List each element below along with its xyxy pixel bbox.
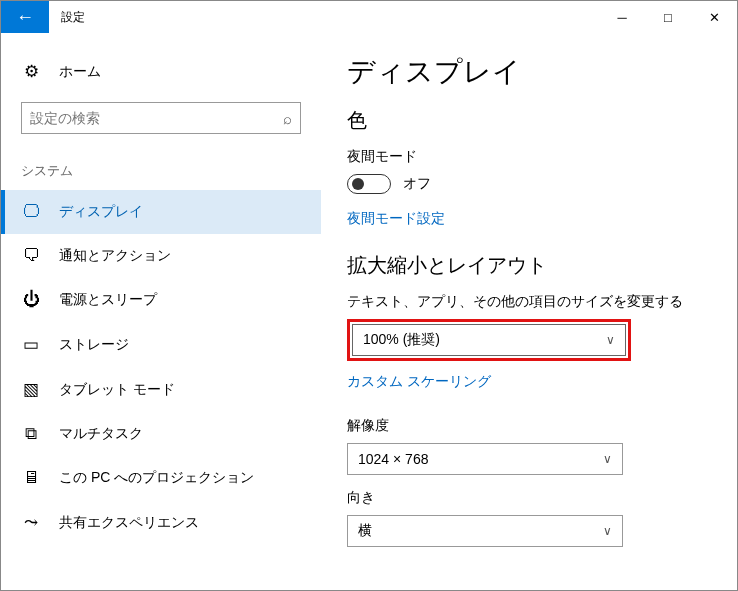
home-link[interactable]: ⚙ ホーム (1, 53, 321, 90)
scale-heading: 拡大縮小とレイアウト (347, 252, 711, 279)
night-light-settings-link[interactable]: 夜間モード設定 (347, 210, 445, 228)
sidebar-item-label: ディスプレイ (59, 203, 143, 221)
orientation-value: 横 (358, 522, 372, 540)
chevron-down-icon: ∨ (603, 524, 612, 538)
page-title: ディスプレイ (347, 53, 711, 91)
minimize-button[interactable]: ─ (599, 1, 645, 33)
share-icon: ⤳ (21, 512, 41, 533)
scale-value: 100% (推奨) (363, 331, 440, 349)
sidebar-item-shared[interactable]: ⤳ 共有エクスペリエンス (1, 500, 321, 545)
scale-dropdown[interactable]: 100% (推奨) ∨ (352, 324, 626, 356)
multitask-icon: ⧉ (21, 424, 41, 444)
sidebar-item-label: この PC へのプロジェクション (59, 469, 254, 487)
titlebar: ← 設定 ─ □ ✕ (1, 1, 737, 33)
chevron-down-icon: ∨ (606, 333, 615, 347)
projection-icon: 🖥 (21, 468, 41, 488)
close-button[interactable]: ✕ (691, 1, 737, 33)
arrow-left-icon: ← (16, 7, 34, 28)
sidebar-item-tablet[interactable]: ▧ タブレット モード (1, 367, 321, 412)
gear-icon: ⚙ (21, 61, 41, 82)
sidebar-item-power[interactable]: ⏻ 電源とスリープ (1, 278, 321, 322)
resolution-dropdown[interactable]: 1024 × 768 ∨ (347, 443, 623, 475)
sidebar-item-label: マルチタスク (59, 425, 143, 443)
power-icon: ⏻ (21, 290, 41, 310)
sidebar-item-storage[interactable]: ▭ ストレージ (1, 322, 321, 367)
sidebar-item-label: 通知とアクション (59, 247, 171, 265)
sidebar-item-projection[interactable]: 🖥 この PC へのプロジェクション (1, 456, 321, 500)
sidebar-group-label: システム (1, 134, 321, 190)
resolution-label: 解像度 (347, 417, 711, 435)
sidebar-item-label: ストレージ (59, 336, 129, 354)
sidebar-item-notifications[interactable]: 🗨 通知とアクション (1, 234, 321, 278)
window-controls: ─ □ ✕ (599, 1, 737, 33)
resolution-value: 1024 × 768 (358, 451, 428, 467)
sidebar: ⚙ ホーム ⌕ システム 🖵 ディスプレイ 🗨 通知とアクション ⏻ 電源とスリ… (1, 33, 321, 590)
color-heading: 色 (347, 107, 711, 134)
night-light-state: オフ (403, 175, 431, 193)
search-input[interactable] (30, 110, 283, 126)
chevron-down-icon: ∨ (603, 452, 612, 466)
custom-scaling-link[interactable]: カスタム スケーリング (347, 373, 491, 391)
sidebar-item-label: タブレット モード (59, 381, 175, 399)
back-button[interactable]: ← (1, 1, 49, 33)
window-title: 設定 (49, 1, 85, 33)
sidebar-nav: 🖵 ディスプレイ 🗨 通知とアクション ⏻ 電源とスリープ ▭ ストレージ ▧ … (1, 190, 321, 545)
night-light-toggle[interactable] (347, 174, 391, 194)
sidebar-item-label: 共有エクスペリエンス (59, 514, 199, 532)
sidebar-item-display[interactable]: 🖵 ディスプレイ (1, 190, 321, 234)
scale-highlight: 100% (推奨) ∨ (347, 319, 631, 361)
orientation-dropdown[interactable]: 横 ∨ (347, 515, 623, 547)
maximize-button[interactable]: □ (645, 1, 691, 33)
main-content: ディスプレイ 色 夜間モード オフ 夜間モード設定 拡大縮小とレイアウト テキス… (321, 33, 737, 590)
search-box[interactable]: ⌕ (21, 102, 301, 134)
sidebar-item-multitask[interactable]: ⧉ マルチタスク (1, 412, 321, 456)
home-label: ホーム (59, 63, 101, 81)
notifications-icon: 🗨 (21, 246, 41, 266)
search-icon: ⌕ (283, 110, 292, 127)
storage-icon: ▭ (21, 334, 41, 355)
sidebar-item-label: 電源とスリープ (59, 291, 157, 309)
orientation-label: 向き (347, 489, 711, 507)
tablet-icon: ▧ (21, 379, 41, 400)
display-icon: 🖵 (21, 202, 41, 222)
scale-label: テキスト、アプリ、その他の項目のサイズを変更する (347, 293, 711, 311)
night-light-label: 夜間モード (347, 148, 711, 166)
